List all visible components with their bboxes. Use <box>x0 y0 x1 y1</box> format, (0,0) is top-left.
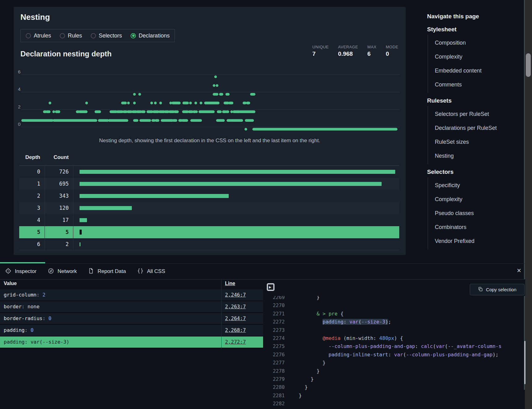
count-bar <box>80 194 229 198</box>
sidebar-heading-rulesets: Rulesets <box>427 97 520 104</box>
tab-report-data[interactable]: Report Data <box>88 268 126 275</box>
line-link[interactable]: 2,246:7 <box>225 289 246 301</box>
line-link[interactable]: 2,263:7 <box>225 301 246 312</box>
radio-unselected-icon <box>60 33 65 38</box>
line-number: 2271 <box>269 310 285 318</box>
radio-option-label: Declarations <box>139 33 170 39</box>
sidebar-item-declarations-per-ruleset[interactable]: Declarations per RuleSet <box>428 121 520 135</box>
sidebar-item-composition[interactable]: Composition <box>428 36 520 50</box>
table-row[interactable]: 62 <box>19 238 399 250</box>
radio-option-atrules[interactable]: Atrules <box>26 33 51 39</box>
depth-table-header: Depth Count <box>19 151 399 166</box>
declaration-value: border-radius: 0 <box>4 313 51 324</box>
count-column-header: Count <box>45 154 69 161</box>
line-number: 2275 <box>269 342 285 350</box>
expand-panel-icon[interactable]: ▶ <box>267 283 275 291</box>
tab-all-css[interactable]: All CSS <box>137 268 165 275</box>
radio-option-label: Selectors <box>99 33 122 39</box>
nesting-type-radio-group: AtrulesRulesSelectorsDeclarations <box>20 29 175 42</box>
panel-tab-bar: InspectorNetworkReport DataAll CSS <box>0 263 525 279</box>
line-number: 2272 <box>269 318 285 326</box>
copy-selection-button[interactable]: Copy selection <box>470 284 525 295</box>
sidebar-list: CompositionComplexityEmbedded contentCom… <box>428 35 520 93</box>
sidebar-item-combinators[interactable]: Combinators <box>428 220 520 234</box>
tab-label: Inspector <box>15 268 37 275</box>
page-title: Nesting <box>20 12 50 22</box>
stat-value: 0 <box>386 51 398 57</box>
depth-cell: 3 <box>19 202 40 214</box>
chart-caption: Nesting depth, showing the first declara… <box>14 138 406 144</box>
inspector-row[interactable]: border: none2,263:7 <box>0 301 263 313</box>
tab-inspector[interactable]: Inspector <box>5 268 37 275</box>
line-link[interactable]: 2,268:7 <box>225 325 246 336</box>
inspector-column-divider <box>221 279 222 349</box>
count-cell: 343 <box>45 190 69 202</box>
table-row[interactable]: 1695 <box>19 178 399 190</box>
table-row[interactable]: 55 <box>19 226 399 238</box>
code-toolbar: ▶ Copy selection <box>263 279 525 296</box>
line-link[interactable]: 2,272:7 <box>225 336 246 348</box>
line-number: 2280 <box>269 383 285 391</box>
count-cell: 695 <box>45 178 69 190</box>
table-row[interactable]: 2343 <box>19 190 399 202</box>
radio-option-declarations[interactable]: Declarations <box>131 33 170 39</box>
stat-mode: MODE0 <box>386 45 398 57</box>
chart-title: Declaration nesting depth <box>20 50 112 58</box>
inspector-row[interactable]: padding: 02,268:7 <box>0 325 263 336</box>
depth-cell: 5 <box>19 226 40 238</box>
tab-label: Network <box>58 268 77 275</box>
line-link[interactable]: 2,264:7 <box>225 313 246 324</box>
braces-icon <box>137 268 144 275</box>
close-panel-button[interactable]: × <box>514 266 524 275</box>
line-column-sort-header[interactable]: Line <box>225 281 235 286</box>
code-line: 2281 } <box>263 391 525 400</box>
sidebar-item-specificity[interactable]: Specificity <box>428 178 520 192</box>
stat-average: AVERAGE0.968 <box>338 45 358 57</box>
code-line: 2273 <box>263 326 525 334</box>
sidebar-item-vendor-prefixed[interactable]: Vendor Prefixed <box>428 234 520 248</box>
sidebar-item-comments[interactable]: Comments <box>428 78 520 92</box>
code-line: 2276 padding-inline-start: var(--column-… <box>263 350 525 359</box>
sidebar-list: Selectors per RuleSetDeclarations per Ru… <box>428 106 520 164</box>
depth-cell: 4 <box>19 214 40 226</box>
sidebar-item-nesting[interactable]: Nesting <box>428 149 520 163</box>
radio-selected-icon <box>131 33 136 38</box>
radio-option-selectors[interactable]: Selectors <box>91 33 122 39</box>
count-cell: 17 <box>45 214 69 226</box>
sidebar-title: Navigate this page <box>427 13 520 20</box>
sidebar-item-embedded-content[interactable]: Embedded content <box>428 64 520 78</box>
line-number: 2278 <box>269 367 285 375</box>
count-cell: 120 <box>45 202 69 214</box>
radio-option-rules[interactable]: Rules <box>60 33 82 39</box>
svg-text:6: 6 <box>18 69 20 74</box>
count-bar <box>80 218 87 222</box>
count-cell: 726 <box>45 166 69 178</box>
stat-label: UNIQUE <box>312 45 329 49</box>
sidebar-item-pseudo-classes[interactable]: Pseudo classes <box>428 206 520 220</box>
declaration-value: border: none <box>4 301 40 312</box>
document-icon <box>88 268 94 275</box>
inspector-row[interactable]: border-radius: 02,264:7 <box>0 313 263 325</box>
code-viewer[interactable]: 2269 }22702271 & > pre {2272 padding: va… <box>263 279 525 409</box>
tab-label: Report Data <box>97 268 126 275</box>
stat-label: MAX <box>367 45 376 49</box>
page-scrollbar-thumb[interactable] <box>526 53 531 77</box>
code-line: 2272 padding: var(--size-3); <box>263 318 525 326</box>
sidebar-item-complexity[interactable]: Complexity <box>428 192 520 206</box>
count-cell: 5 <box>45 226 69 238</box>
sidebar-item-ruleset-sizes[interactable]: RuleSet sizes <box>428 135 520 149</box>
line-number: 2281 <box>269 391 285 400</box>
inspector-row[interactable]: padding: var(--size-3)2,272:7 <box>0 336 263 348</box>
sidebar-item-selectors-per-ruleset[interactable]: Selectors per RuleSet <box>428 107 520 121</box>
tab-network[interactable]: Network <box>48 268 77 275</box>
table-row[interactable]: 3120 <box>19 202 399 214</box>
count-cell: 2 <box>45 238 69 250</box>
line-number: 2279 <box>269 375 285 383</box>
table-row[interactable]: 417 <box>19 214 399 226</box>
inspector-row[interactable]: grid-column: 22,246:7 <box>0 289 263 301</box>
line-number: 2273 <box>269 326 285 334</box>
sidebar-item-complexity[interactable]: Complexity <box>428 50 520 64</box>
table-row[interactable]: 0726 <box>19 166 399 178</box>
stat-label: MODE <box>386 45 398 49</box>
tab-label: All CSS <box>147 268 165 275</box>
